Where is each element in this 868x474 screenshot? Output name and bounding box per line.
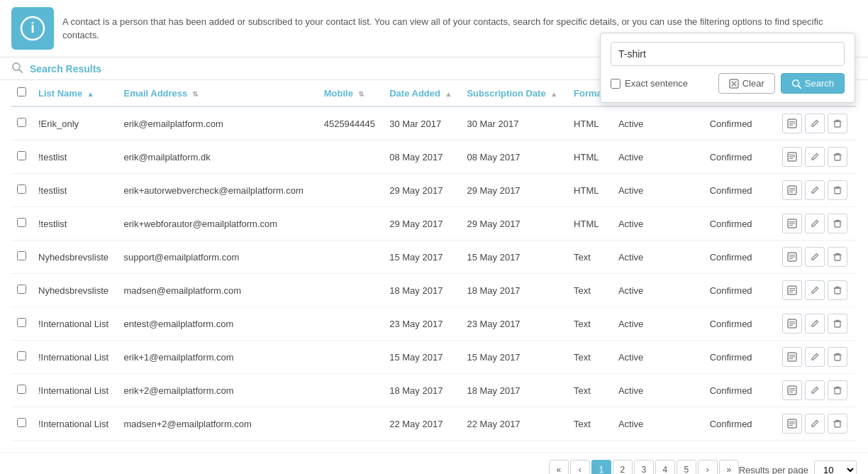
cell-list-name: !International List xyxy=(33,307,118,341)
svg-rect-38 xyxy=(835,288,840,294)
edit-btn[interactable] xyxy=(805,147,825,167)
delete-btn[interactable] xyxy=(828,114,847,133)
exact-sentence-label[interactable]: Exact sentence xyxy=(611,78,688,89)
cell-date-added: 18 May 2017 xyxy=(384,274,461,307)
select-all-checkbox[interactable] xyxy=(17,87,26,97)
table-row: !International List erik+1@emailplatform… xyxy=(11,341,857,374)
results-per-page-select[interactable]: 5 10 25 50 100 xyxy=(814,461,857,475)
row-checkbox-2[interactable] xyxy=(17,184,26,194)
col-list-name-label: List Name xyxy=(38,88,82,99)
cell-list-name: !testlist xyxy=(33,140,118,174)
row-checkbox-8[interactable] xyxy=(17,385,26,394)
edit-btn[interactable] xyxy=(805,247,825,267)
cell-email: erik+autorwebvercheck@emailplatform.com xyxy=(118,174,318,207)
info-icon: i xyxy=(20,16,45,41)
search-button[interactable]: Search xyxy=(781,73,845,94)
table-row: Nyhedsbrevsliste madsen@emailplatform.co… xyxy=(11,274,857,307)
svg-line-8 xyxy=(798,85,801,88)
page-3-btn[interactable]: 3 xyxy=(634,460,654,474)
edit-btn[interactable] xyxy=(805,314,825,334)
row-checkbox-6[interactable] xyxy=(17,318,26,327)
edit-btn[interactable] xyxy=(805,280,825,300)
delete-btn[interactable] xyxy=(828,280,847,300)
edit-btn[interactable] xyxy=(805,347,825,367)
page-next-btn[interactable]: › xyxy=(698,460,718,474)
action-cell xyxy=(782,314,851,334)
row-checkbox-9[interactable] xyxy=(17,418,26,427)
cell-sub-date: 08 May 2017 xyxy=(461,140,568,174)
delete-btn[interactable] xyxy=(828,314,847,334)
details-btn[interactable] xyxy=(782,214,802,233)
col-sub-date[interactable]: Subscription Date ▲ xyxy=(461,80,568,106)
cell-mobile xyxy=(318,341,384,374)
clear-button[interactable]: Clear xyxy=(718,73,775,94)
details-btn[interactable] xyxy=(782,114,802,133)
cell-list-name: !Erik_only xyxy=(33,106,118,140)
search-popup: Exact sentence Clear Search xyxy=(600,33,855,103)
row-checkbox-7[interactable] xyxy=(17,351,26,360)
page-4-btn[interactable]: 4 xyxy=(655,460,675,474)
cell-sub-date: 23 May 2017 xyxy=(461,307,568,341)
svg-rect-53 xyxy=(835,388,840,394)
page-prev-btn[interactable]: ‹ xyxy=(570,460,590,474)
cell-activity: Active xyxy=(613,341,704,374)
edit-btn[interactable] xyxy=(805,180,825,200)
delete-btn[interactable] xyxy=(828,414,847,434)
search-popup-buttons: Clear Search xyxy=(718,73,845,94)
delete-btn[interactable] xyxy=(828,247,847,267)
details-btn[interactable] xyxy=(782,414,802,434)
details-btn[interactable] xyxy=(782,314,802,334)
page-2-btn[interactable]: 2 xyxy=(613,460,633,474)
details-btn[interactable] xyxy=(782,347,802,367)
edit-btn[interactable] xyxy=(805,380,825,400)
cell-sub-date: 22 May 2017 xyxy=(461,407,568,441)
table-row: !Erik_only erik@emailplatform.com 452594… xyxy=(11,106,857,140)
row-checkbox-4[interactable] xyxy=(17,251,26,260)
exact-sentence-checkbox[interactable] xyxy=(611,79,621,89)
delete-btn[interactable] xyxy=(828,147,847,167)
edit-btn[interactable] xyxy=(805,214,825,233)
cell-email: erik@mailplatform.dk xyxy=(118,140,318,174)
col-email[interactable]: Email Address ⇅ xyxy=(118,80,318,106)
action-cell xyxy=(782,180,851,200)
search-label: Search xyxy=(805,78,834,89)
cell-confirmed: Confirmed xyxy=(704,174,777,207)
page-1-btn[interactable]: 1 xyxy=(591,460,611,474)
page-5-btn[interactable]: 5 xyxy=(677,460,696,474)
details-btn[interactable] xyxy=(782,247,802,267)
details-btn[interactable] xyxy=(782,380,802,400)
table-row: !International List entest@emailplatform… xyxy=(11,307,857,341)
table-row: !International List erik+2@emailplatform… xyxy=(11,374,857,407)
delete-btn[interactable] xyxy=(828,347,847,367)
edit-btn[interactable] xyxy=(805,414,825,434)
cell-email: erik@emailplatform.com xyxy=(118,106,318,140)
action-cell xyxy=(782,147,851,167)
svg-rect-33 xyxy=(835,255,840,260)
page-last-btn[interactable]: » xyxy=(719,460,739,474)
col-list-name[interactable]: List Name ▲ xyxy=(33,80,118,106)
row-checkbox-0[interactable] xyxy=(17,118,26,127)
search-input[interactable] xyxy=(611,42,845,66)
details-btn[interactable] xyxy=(782,180,802,200)
page-first-btn[interactable]: « xyxy=(549,460,569,474)
delete-btn[interactable] xyxy=(828,380,847,400)
col-date-added[interactable]: Date Added ▲ xyxy=(384,80,461,106)
clear-label: Clear xyxy=(742,78,764,89)
svg-rect-43 xyxy=(835,321,840,327)
details-btn[interactable] xyxy=(782,147,802,167)
edit-btn[interactable] xyxy=(805,114,825,133)
cell-activity: Active xyxy=(613,407,704,441)
cell-sub-date: 18 May 2017 xyxy=(461,274,568,307)
details-btn[interactable] xyxy=(782,280,802,300)
cell-activity: Active xyxy=(613,307,704,341)
cell-date-added: 22 May 2017 xyxy=(384,407,461,441)
delete-btn[interactable] xyxy=(828,180,847,200)
row-checkbox-3[interactable] xyxy=(17,218,26,227)
cell-email: support@emailplatform.com xyxy=(118,241,318,274)
col-mobile[interactable]: Mobile ⇅ xyxy=(318,80,384,106)
row-checkbox-5[interactable] xyxy=(17,285,26,294)
cell-confirmed: Confirmed xyxy=(704,241,777,274)
row-checkbox-1[interactable] xyxy=(17,151,26,160)
delete-btn[interactable] xyxy=(828,214,847,233)
cell-activity: Active xyxy=(613,207,704,241)
